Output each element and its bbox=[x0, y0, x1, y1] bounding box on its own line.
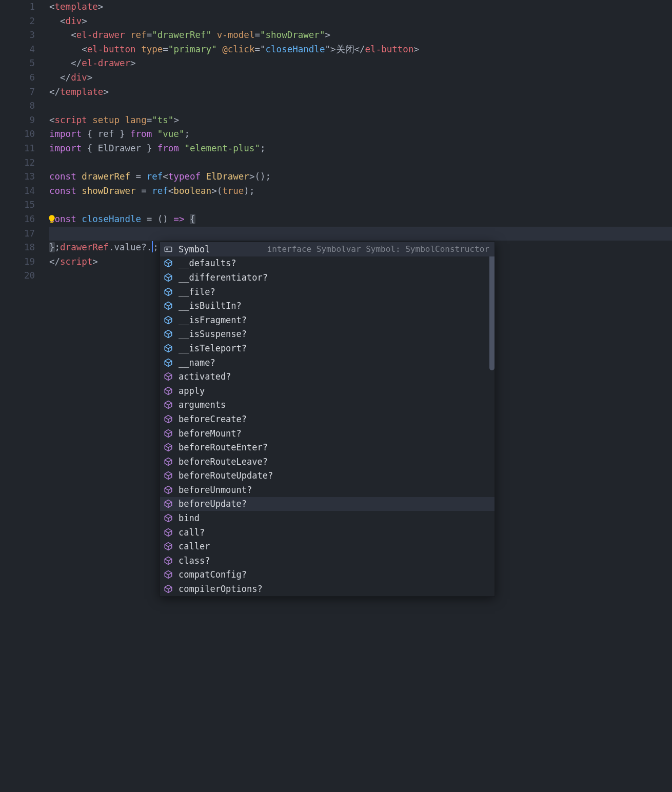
token-punc: < bbox=[49, 115, 55, 125]
autocomplete-item[interactable]: Symbolinterface Symbolvar Symbol: Symbol… bbox=[160, 242, 495, 256]
token-punc: < bbox=[49, 16, 66, 26]
autocomplete-item-label: apply bbox=[179, 386, 205, 396]
autocomplete-item-label: __name? bbox=[179, 358, 215, 368]
method-icon bbox=[163, 414, 173, 424]
autocomplete-item[interactable]: apply bbox=[160, 384, 495, 398]
token-attr: type bbox=[141, 44, 163, 54]
autocomplete-item[interactable]: __name? bbox=[160, 355, 495, 370]
code-line[interactable]: <template> bbox=[49, 0, 672, 14]
interface-icon bbox=[163, 244, 173, 254]
token-kw: const bbox=[49, 171, 76, 182]
autocomplete-item[interactable]: caller bbox=[160, 539, 495, 553]
autocomplete-item-label: caller bbox=[179, 541, 210, 551]
line-number: 10 bbox=[0, 127, 35, 142]
code-line[interactable] bbox=[49, 156, 672, 170]
autocomplete-item[interactable]: bind bbox=[160, 511, 495, 525]
token-type: boolean bbox=[173, 186, 211, 196]
code-line[interactable] bbox=[49, 198, 672, 212]
autocomplete-item-label: call? bbox=[179, 527, 205, 538]
code-line[interactable]: <el-button type="primary" @click="closeH… bbox=[49, 43, 672, 57]
autocomplete-item[interactable]: beforeUpdate? bbox=[160, 497, 495, 511]
autocomplete-item-label: beforeRouteEnter? bbox=[179, 442, 268, 452]
token-punc: = () bbox=[141, 214, 173, 224]
autocomplete-item[interactable]: __isFragment? bbox=[160, 313, 495, 327]
autocomplete-item[interactable]: beforeCreate? bbox=[160, 412, 495, 426]
token-punc bbox=[76, 186, 82, 196]
token-punc bbox=[76, 171, 82, 182]
code-area[interactable]: <template> <div> <el-drawer ref="drawerR… bbox=[49, 0, 672, 283]
autocomplete-item-label: arguments bbox=[179, 400, 226, 410]
code-line[interactable]: const closeHandle = () => { bbox=[49, 212, 672, 227]
lightbulb-icon[interactable] bbox=[47, 214, 56, 223]
code-line[interactable]: <script setup lang="ts"> bbox=[49, 113, 672, 128]
line-number: 8 bbox=[0, 99, 35, 113]
line-number: 18 bbox=[0, 241, 35, 255]
code-line[interactable]: <div> bbox=[49, 14, 672, 29]
autocomplete-item[interactable]: class? bbox=[160, 553, 495, 568]
token-kw: import bbox=[49, 129, 82, 139]
code-line[interactable]: <el-drawer ref="drawerRef" v-model="show… bbox=[49, 28, 672, 43]
token-func: closeHandle bbox=[82, 214, 141, 224]
code-line[interactable]: drawerRef.value?.; bbox=[49, 227, 672, 241]
line-number: 2 bbox=[0, 14, 35, 29]
autocomplete-item[interactable]: __isSuspense? bbox=[160, 327, 495, 342]
token-punc: = bbox=[147, 115, 152, 125]
autocomplete-item[interactable]: __defaults? bbox=[160, 256, 495, 271]
token-punc: > bbox=[130, 58, 136, 68]
autocomplete-item[interactable]: compilerOptions? bbox=[160, 582, 495, 596]
code-line[interactable]: const showDrawer = ref<boolean>(true); bbox=[49, 184, 672, 199]
field-icon bbox=[163, 329, 173, 339]
token-kw: from bbox=[130, 129, 152, 139]
autocomplete-item[interactable]: activated? bbox=[160, 369, 495, 384]
line-number: 9 bbox=[0, 113, 35, 128]
autocomplete-item[interactable]: __isTeleport? bbox=[160, 341, 495, 355]
line-number: 15 bbox=[0, 198, 35, 212]
code-line[interactable]: import { ref } from "vue"; bbox=[49, 127, 672, 142]
token-punc: > bbox=[87, 72, 93, 83]
autocomplete-item-label: __isTeleport? bbox=[179, 343, 247, 353]
code-line[interactable]: </el-drawer> bbox=[49, 56, 672, 71]
autocomplete-item[interactable]: call? bbox=[160, 525, 495, 540]
token-punc bbox=[152, 129, 157, 139]
autocomplete-item[interactable]: beforeUnmount? bbox=[160, 483, 495, 497]
autocomplete-item-label: beforeUpdate? bbox=[179, 499, 247, 509]
code-line[interactable]: import { ElDrawer } from "element-plus"; bbox=[49, 142, 672, 156]
token-punc: = bbox=[254, 30, 260, 40]
code-editor[interactable]: 1234567891011121314151617181920 <templat… bbox=[0, 0, 672, 283]
svg-rect-1 bbox=[165, 247, 172, 251]
token-punc: > bbox=[92, 256, 98, 267]
token-str: "primary" bbox=[168, 44, 217, 54]
method-icon bbox=[163, 400, 173, 410]
token-punc: >( bbox=[211, 186, 222, 196]
token-punc: " bbox=[325, 44, 330, 54]
code-line[interactable]: const drawerRef = ref<typeof ElDrawer>()… bbox=[49, 170, 672, 184]
autocomplete-item[interactable]: beforeRouteUpdate? bbox=[160, 469, 495, 483]
field-icon bbox=[163, 287, 173, 297]
autocomplete-item[interactable]: beforeRouteLeave? bbox=[160, 454, 495, 469]
autocomplete-item[interactable]: __differentiator? bbox=[160, 270, 495, 285]
code-line[interactable] bbox=[49, 99, 672, 113]
line-number: 6 bbox=[0, 71, 35, 85]
method-icon bbox=[163, 499, 173, 509]
line-number: 17 bbox=[0, 227, 35, 241]
autocomplete-popup[interactable]: Symbolinterface Symbolvar Symbol: Symbol… bbox=[160, 242, 495, 597]
autocomplete-item[interactable]: __isBuiltIn? bbox=[160, 299, 495, 313]
token-tag: script bbox=[55, 115, 87, 125]
method-icon bbox=[163, 541, 173, 551]
token-tag: div bbox=[66, 16, 82, 26]
code-line[interactable]: </div> bbox=[49, 71, 672, 85]
autocomplete-item-label: __defaults? bbox=[179, 258, 236, 268]
autocomplete-item-label: class? bbox=[179, 556, 210, 566]
autocomplete-item[interactable]: beforeMount? bbox=[160, 426, 495, 441]
autocomplete-item-detail: interface Symbolvar Symbol: SymbolConstr… bbox=[267, 244, 495, 254]
code-line[interactable]: </template> bbox=[49, 85, 672, 100]
method-icon bbox=[163, 386, 173, 396]
line-number: 20 bbox=[0, 269, 35, 283]
autocomplete-item-label: activated? bbox=[179, 371, 231, 382]
autocomplete-item[interactable]: compatConfig? bbox=[160, 568, 495, 582]
token-punc: ; bbox=[184, 129, 190, 139]
autocomplete-item[interactable]: __file? bbox=[160, 285, 495, 299]
token-punc: > bbox=[103, 87, 109, 97]
autocomplete-item[interactable]: beforeRouteEnter? bbox=[160, 440, 495, 454]
autocomplete-item[interactable]: arguments bbox=[160, 398, 495, 412]
